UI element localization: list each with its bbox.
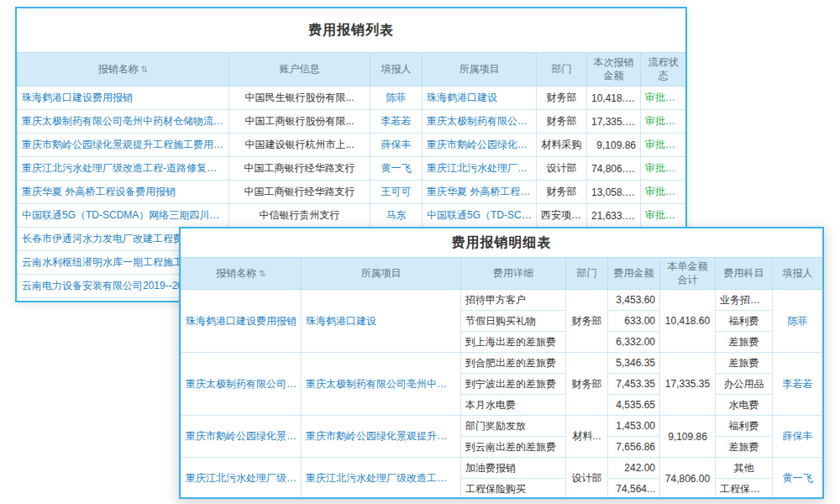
cell-amount: 21,633.00 bbox=[587, 204, 641, 228]
cell-project[interactable]: 中国联通5G（TD-SCDMA）网... bbox=[423, 204, 537, 228]
cell-flow-status: 审批通过 bbox=[641, 204, 686, 228]
cell-filler[interactable]: 李若若 bbox=[370, 110, 423, 134]
cell-project[interactable]: 珠海鹤港口建设 bbox=[302, 290, 461, 353]
cell-project[interactable]: 重庆市鹅岭公园绿化景观提升... bbox=[423, 134, 537, 157]
cell-expense-amount: 74,564... bbox=[608, 479, 660, 499]
header-filler: 填报人 bbox=[370, 53, 423, 87]
expense-detail-table: 报销名称⇅ 所属项目 费用详细 部门 费用金额 本单金额合计 费用科目 填报人 … bbox=[181, 257, 823, 499]
cell-total-amount: 17,335.35 bbox=[660, 353, 716, 416]
cell-department: 材料... bbox=[566, 416, 608, 458]
cell-account: 中国工商银行经华路支行 bbox=[229, 157, 370, 181]
cell-filler[interactable]: 薛保丰 bbox=[370, 134, 423, 157]
cell-flow-status: 审批通过 bbox=[641, 157, 686, 181]
cell-department: 财务部 bbox=[566, 353, 608, 416]
cell-expense-amount: 7,453.35 bbox=[608, 374, 660, 395]
cell-filler[interactable]: 李若若 bbox=[773, 353, 823, 416]
cell-expense-category: 其他 bbox=[716, 458, 773, 479]
header-expense-category: 费用科目 bbox=[716, 258, 773, 290]
detail-row: 重庆江北污水处理厂级改造工程-... 重庆江北污水处理厂级改造工程-道路修复工.… bbox=[181, 458, 823, 479]
page: 费用报销列表 报销名称⇅ 账户信息 填报人 所属项目 部门 本次报销金额 流程状… bbox=[0, 0, 840, 504]
cell-flow-status: 审批通过 bbox=[641, 110, 686, 134]
cell-expense-amount: 633.00 bbox=[608, 311, 660, 332]
cell-department: 材料采购 bbox=[537, 134, 587, 157]
cell-filler[interactable]: 黄一飞 bbox=[370, 157, 423, 181]
cell-reimbursement-name[interactable]: 重庆市鹅岭公园绿化景观提升工程施工费用报销 bbox=[18, 134, 229, 157]
cell-expense-category: 水电费 bbox=[716, 395, 773, 416]
cell-expense-category: 差旅费 bbox=[716, 353, 773, 374]
cell-reimbursement-name[interactable]: 中国联通5G（TD-SCDMA）网络三期四川工程费... bbox=[18, 204, 229, 228]
cell-project[interactable]: 重庆太极制药有限公司亳州中... bbox=[423, 110, 537, 134]
cell-total-amount: 10,418.60 bbox=[660, 290, 716, 353]
cell-expense-detail: 到宁波出差的差旅费 bbox=[461, 374, 566, 395]
header-reimbursement-name[interactable]: 报销名称⇅ bbox=[181, 258, 302, 290]
cell-expense-category: 工程保险费 bbox=[716, 479, 773, 499]
cell-department: 西安项目部 bbox=[537, 204, 587, 228]
cell-reimbursement-name[interactable]: 重庆江北污水处理厂级改造工程-... bbox=[181, 458, 302, 499]
cell-department: 财务部 bbox=[537, 181, 587, 204]
list-row: 重庆江北污水处理厂级改造工程-道路修复工程费... 中国工商银行经华路支行 黄一… bbox=[18, 157, 686, 181]
cell-account: 中国建设银行杭州市上... bbox=[229, 134, 370, 157]
cell-project[interactable]: 重庆华夏 外高桥工程设备 bbox=[423, 181, 537, 204]
cell-account: 中国民生银行股份有限... bbox=[229, 87, 370, 110]
cell-expense-amount: 7,656.86 bbox=[608, 437, 660, 458]
cell-expense-category: 福利费 bbox=[716, 416, 773, 437]
cell-filler[interactable]: 黄一飞 bbox=[773, 458, 823, 499]
cell-reimbursement-name[interactable]: 重庆太极制药有限公司亳州中药材仓储物流基地项... bbox=[18, 110, 229, 134]
sort-icon[interactable]: ⇅ bbox=[141, 65, 148, 74]
cell-filler[interactable]: 陈菲 bbox=[370, 87, 423, 110]
header-amount: 本次报销金额 bbox=[587, 53, 641, 87]
cell-department: 财务部 bbox=[537, 110, 587, 134]
cell-filler[interactable]: 陈菲 bbox=[773, 290, 823, 353]
cell-project[interactable]: 重庆江北污水处理厂级改造工程-道路修复工... bbox=[302, 458, 461, 499]
cell-expense-category: 差旅费 bbox=[716, 437, 773, 458]
detail-row: 珠海鹤港口建设费用报销 珠海鹤港口建设 招待甲方客户 财务部 3,453.60 … bbox=[181, 290, 823, 311]
cell-reimbursement-name[interactable]: 重庆市鹅岭公园绿化景观提升工... bbox=[181, 416, 302, 458]
cell-project[interactable]: 重庆太极制药有限公司亳州中药材仓储物流... bbox=[302, 353, 461, 416]
expense-list-title: 费用报销列表 bbox=[17, 8, 685, 52]
cell-account: 中国工商银行股份有限... bbox=[229, 110, 370, 134]
cell-filler[interactable]: 马东 bbox=[370, 204, 423, 228]
header-expense-detail: 费用详细 bbox=[461, 258, 566, 290]
cell-expense-detail: 到合肥出差的差旅费 bbox=[461, 353, 566, 374]
cell-expense-detail: 到云南出差的差旅费 bbox=[461, 437, 566, 458]
cell-expense-detail: 加油费报销 bbox=[461, 458, 566, 479]
cell-expense-amount: 242.00 bbox=[608, 458, 660, 479]
cell-expense-detail: 招待甲方客户 bbox=[461, 290, 566, 311]
header-flow-status: 流程状态 bbox=[641, 53, 686, 87]
list-row: 中国联通5G（TD-SCDMA）网络三期四川工程费... 中信银行贵州支行 马东… bbox=[18, 204, 686, 228]
cell-amount: 9,109.86 bbox=[587, 134, 641, 157]
cell-expense-detail: 到上海出差的差旅费 bbox=[461, 332, 566, 353]
detail-row: 重庆市鹅岭公园绿化景观提升工... 重庆市鹅岭公园绿化景观提升工程施工 部门奖励… bbox=[181, 416, 823, 437]
cell-department: 设计部 bbox=[566, 458, 608, 499]
cell-amount: 74,806.00 bbox=[587, 157, 641, 181]
list-row: 珠海鹤港口建设费用报销 中国民生银行股份有限... 陈菲 珠海鹤港口建设 财务部… bbox=[18, 87, 686, 110]
cell-project[interactable]: 珠海鹤港口建设 bbox=[423, 87, 537, 110]
cell-department: 财务部 bbox=[566, 290, 608, 353]
cell-expense-category: 业务招待费 bbox=[716, 290, 773, 311]
cell-expense-amount: 1,453.00 bbox=[608, 416, 660, 437]
header-reimbursement-name[interactable]: 报销名称⇅ bbox=[18, 53, 229, 87]
cell-flow-status: 审批通过 bbox=[641, 181, 686, 204]
cell-reimbursement-name[interactable]: 重庆太极制药有限公司亳州中药... bbox=[181, 353, 302, 416]
header-total-amount: 本单金额合计 bbox=[660, 258, 716, 290]
cell-reimbursement-name[interactable]: 重庆华夏 外高桥工程设备费用报销 bbox=[18, 181, 229, 204]
cell-project[interactable]: 重庆江北污水处理厂级改造工... bbox=[423, 157, 537, 181]
cell-reimbursement-name[interactable]: 珠海鹤港口建设费用报销 bbox=[18, 87, 229, 110]
sort-icon[interactable]: ⇅ bbox=[259, 269, 265, 278]
cell-expense-amount: 6,332.00 bbox=[608, 332, 660, 353]
cell-project[interactable]: 重庆市鹅岭公园绿化景观提升工程施工 bbox=[302, 416, 461, 458]
header-project: 所属项目 bbox=[302, 258, 461, 290]
cell-expense-detail: 工程保险购买 bbox=[461, 479, 566, 499]
cell-expense-amount: 3,453.60 bbox=[608, 290, 660, 311]
cell-department: 设计部 bbox=[537, 157, 587, 181]
cell-filler[interactable]: 薛保丰 bbox=[773, 416, 823, 458]
cell-filler[interactable]: 王可可 bbox=[370, 181, 423, 204]
cell-reimbursement-name[interactable]: 珠海鹤港口建设费用报销 bbox=[181, 290, 302, 353]
header-expense-amount: 费用金额 bbox=[608, 258, 660, 290]
expense-list-header-row: 报销名称⇅ 账户信息 填报人 所属项目 部门 本次报销金额 流程状态 bbox=[18, 53, 686, 87]
cell-amount: 13,058.45 bbox=[587, 181, 641, 204]
cell-amount: 17,335.35 bbox=[587, 110, 641, 134]
cell-expense-amount: 4,535.65 bbox=[608, 395, 660, 416]
detail-row: 重庆太极制药有限公司亳州中药... 重庆太极制药有限公司亳州中药材仓储物流...… bbox=[181, 353, 823, 374]
cell-reimbursement-name[interactable]: 重庆江北污水处理厂级改造工程-道路修复工程费... bbox=[18, 157, 229, 181]
